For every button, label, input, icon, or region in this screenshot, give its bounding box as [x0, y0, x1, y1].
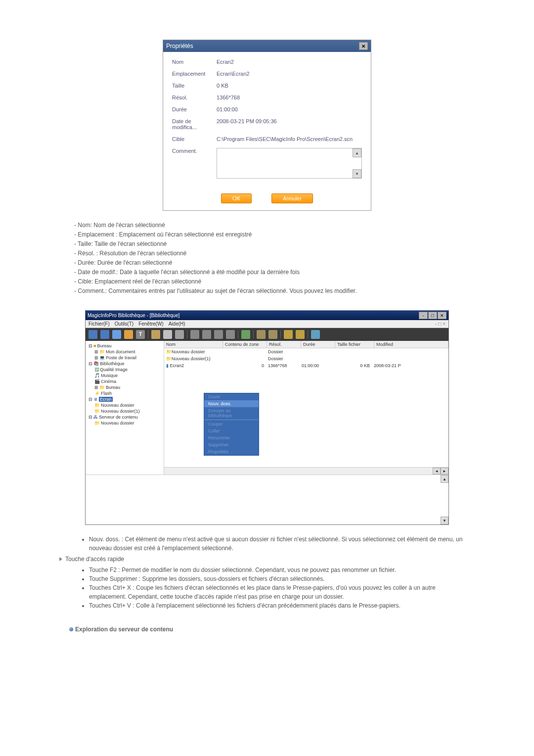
resolution-label: Résol. — [172, 94, 217, 100]
toolbar-icon[interactable] — [268, 330, 277, 339]
notes-block: Nouv. doss. : Cet élément de menu n'est … — [69, 535, 465, 634]
minimize-icon[interactable]: - — [419, 312, 428, 319]
name-value: Ecran2 — [217, 59, 362, 65]
status-panel: ▲ ▼ — [86, 474, 448, 524]
tree-item[interactable]: ⊞ 📁 Mon document — [88, 349, 162, 355]
toolbar-icon[interactable] — [163, 330, 172, 339]
col-size[interactable]: Taille fichier — [335, 341, 374, 348]
cm-newfolder[interactable]: Nouv. doss. — [204, 400, 259, 407]
scroll-up-icon[interactable]: ▲ — [441, 475, 448, 483]
note-ctrlx: Touches Ctrl+ X : Coupe les fichiers d'é… — [89, 583, 465, 601]
tree-item[interactable]: ⊟ 🖧 Serveur de contenu — [88, 414, 162, 420]
toolbar-icon[interactable] — [175, 330, 184, 339]
cm-props[interactable]: Propriétés — [204, 448, 259, 455]
list-row[interactable]: 📁Nouveau dossier(1) Dossier — [164, 355, 448, 362]
list-row[interactable]: ▮ Ecran2 0 1366*768 01:00:00 0 KB 2008-0… — [164, 362, 448, 369]
menu-bar: Fichier(F) Outils(T) Fenêtre(W) Aide(H) … — [86, 320, 448, 328]
toolbar-icon[interactable] — [151, 330, 160, 339]
description-block: - Nom: Nom de l'écran sélectionné - Empl… — [74, 221, 460, 295]
toolbar-icon[interactable] — [241, 330, 250, 339]
col-name[interactable]: Nom — [164, 341, 223, 348]
toolbar-icon[interactable] — [100, 330, 109, 339]
duration-label: Durée — [172, 106, 217, 112]
tree-item[interactable]: 🎵 Musique — [88, 373, 162, 378]
toolbar-text-icon[interactable]: T — [136, 330, 145, 339]
desc-duration: - Durée: Durée de l'écran sélectionné — [74, 258, 460, 267]
cm-send[interactable]: Envoyer au bibliothèque — [204, 407, 259, 419]
tree-item[interactable]: ⊟ 📚 Bibliothèque — [88, 361, 162, 367]
toolbar-icon[interactable] — [112, 330, 121, 339]
scroll-down-icon[interactable]: ▼ — [441, 517, 448, 524]
scroll-up-icon[interactable]: ▲ — [353, 148, 361, 157]
comment-label: Comment. — [172, 148, 217, 154]
tree-item[interactable]: ⊞ 📁 Bureau — [88, 384, 162, 390]
cm-paste[interactable]: Coller — [204, 427, 259, 434]
modified-label: Date de modifica... — [172, 118, 217, 130]
cm-rename[interactable]: Renommer — [204, 434, 259, 441]
toolbar-undo-icon[interactable] — [284, 330, 293, 339]
note-suppr: Touche Supprimer : Supprime les dossiers… — [89, 574, 465, 583]
cm-delete[interactable]: Supprimer — [204, 441, 259, 448]
scrollbar[interactable]: ◄ ► — [164, 467, 448, 474]
window-body: ⊟ ■ Bureau ⊞ 📁 Mon document ⊞ 💻 Poste de… — [86, 341, 448, 474]
maximize-icon[interactable]: □ — [428, 312, 437, 319]
close-icon[interactable]: ✕ — [438, 312, 446, 319]
context-menu: Ouvrir Nouv. doss. Envoyer au bibliothèq… — [204, 393, 259, 456]
tree-item[interactable]: 🎬 Cinéma — [88, 378, 162, 384]
doc-close-icon[interactable]: - □ × — [435, 321, 445, 327]
size-label: Taille — [172, 83, 217, 89]
desc-name: - Nom: Nom de l'écran sélectionné — [74, 221, 460, 230]
note-newfolder: Nouv. doss. : Cet élément de menu n'est … — [89, 535, 465, 553]
dialog-title: Propriétés — [166, 43, 193, 49]
location-value: Ecran\Ecran2 — [217, 71, 362, 77]
tree-item[interactable]: 🖼 Qualité Image — [88, 367, 162, 373]
toolbar-icon[interactable] — [226, 330, 235, 339]
properties-dialog: Propriétés ✕ NomEcran2 EmplacementEcran\… — [163, 40, 371, 211]
toolbar-icon[interactable] — [89, 330, 97, 339]
menu-tools[interactable]: Outils(T) — [115, 321, 134, 327]
dialog-body: NomEcran2 EmplacementEcran\Ecran2 Taille… — [163, 52, 371, 189]
desc-resolution: - Résol. : Résolution de l'écran sélecti… — [74, 249, 460, 258]
cm-open[interactable]: Ouvrir — [204, 393, 259, 400]
desc-comment: - Comment.: Commentaires entrés par l'ut… — [74, 286, 460, 295]
tree-item[interactable]: ⚡ Flash — [88, 390, 162, 396]
toolbar-icon[interactable] — [214, 330, 223, 339]
section-heading: Exploration du serveur de contenu — [69, 625, 465, 634]
col-duration[interactable]: Durée — [301, 341, 335, 348]
toolbar-redo-icon[interactable] — [296, 330, 305, 339]
ok-button[interactable]: OK — [221, 193, 252, 203]
toolbar-icon[interactable] — [124, 330, 133, 339]
tree-item[interactable]: 📁 Nouveau dossier — [88, 420, 162, 426]
scroll-down-icon[interactable]: ▼ — [353, 169, 361, 178]
col-zone[interactable]: Contenu de zone — [223, 341, 267, 348]
list-row[interactable]: 📁Nouveau dossier Dossier — [164, 348, 448, 355]
cancel-button[interactable]: Annuler — [271, 193, 313, 203]
size-value: 0 KB — [217, 83, 362, 89]
desc-modified: - Date de modif.: Date à laquelle l'écra… — [74, 268, 460, 277]
window-controls: - □ ✕ — [419, 312, 446, 319]
toolbar-info-icon[interactable] — [311, 330, 320, 339]
col-modified[interactable]: Modified — [374, 341, 448, 348]
tree-item[interactable]: 📁 Nouveau dossier(1) — [88, 408, 162, 414]
note-f2: Touche F2 : Permet de modifier le nom du… — [89, 566, 465, 574]
tree-item[interactable]: ⊟ ■ Bureau — [88, 343, 162, 349]
list-header: Nom Contenu de zone Résol. Durée Taille … — [164, 341, 448, 348]
menu-window[interactable]: Fenêtre(W) — [138, 321, 164, 327]
duration-value: 01:00:00 — [217, 106, 362, 112]
menu-help[interactable]: Aide(H) — [169, 321, 185, 327]
target-value: C:\Program Files\SEC\MagicInfo Pro\Scree… — [217, 136, 362, 142]
toolbar-icon[interactable] — [202, 330, 211, 339]
col-resol[interactable]: Résol. — [267, 341, 301, 348]
cm-cut[interactable]: Couper — [204, 421, 259, 427]
menu-file[interactable]: Fichier(F) — [89, 321, 110, 327]
tree-item[interactable]: 📁 Nouveau dossier — [88, 402, 162, 408]
toolbar-icon[interactable] — [190, 330, 199, 339]
comment-input[interactable]: ▲ ▼ — [217, 148, 362, 179]
toolbar-icon[interactable] — [257, 330, 266, 339]
dialog-titlebar: Propriétés ✕ — [163, 40, 371, 52]
close-icon[interactable]: ✕ — [359, 42, 368, 50]
desc-size: - Taille: Taille de l'écran sélectionné — [74, 239, 460, 248]
tree-item-selected[interactable]: ⊟ 🖥 Ecran — [88, 396, 162, 402]
list-panel: Nom Contenu de zone Résol. Durée Taille … — [164, 341, 448, 474]
tree-item[interactable]: ⊞ 💻 Poste de travail — [88, 355, 162, 361]
